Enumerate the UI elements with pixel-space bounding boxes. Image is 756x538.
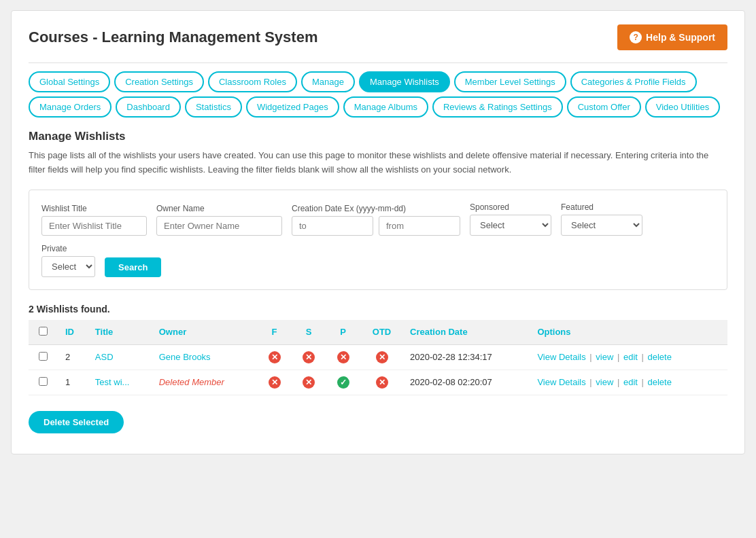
creation-date-cell: 2020-02-28 12:34:17	[403, 344, 530, 370]
row-checkbox-cell	[29, 370, 58, 395]
help-support-button[interactable]: ? Help & Support	[617, 24, 727, 50]
f-cell: ✕	[257, 370, 292, 395]
table-row: 2 ASD Gene Brooks ✕ ✕ ✕ ✕ 2020-02-28 12:…	[29, 344, 727, 370]
tab-custom-offer[interactable]: Custom Offer	[567, 96, 641, 118]
title-cell: ASD	[88, 344, 152, 370]
creation-date-cell: 2020-02-08 02:20:07	[403, 370, 530, 395]
status-red-icon: ✕	[337, 351, 349, 363]
tab-member-level-settings[interactable]: Member Level Settings	[454, 71, 566, 92]
delete-selected-button[interactable]: Delete Selected	[29, 411, 124, 433]
tab-creation-settings[interactable]: Creation Settings	[114, 71, 204, 92]
help-icon: ?	[630, 31, 642, 43]
tab-manage-albums[interactable]: Manage Albums	[343, 96, 428, 118]
option-link-view[interactable]: view	[596, 352, 613, 362]
status-green-icon: ✓	[337, 376, 349, 389]
col-owner: Owner	[152, 320, 258, 345]
section-description: This page lists all of the wishlists you…	[29, 149, 727, 177]
creation-date-label: Creation Date Ex (yyyy-mm-dd)	[292, 204, 460, 213]
wishlist-title-group: Wishlist Title	[41, 204, 147, 236]
option-link-edit[interactable]: edit	[623, 377, 638, 387]
option-link-edit[interactable]: edit	[623, 352, 638, 362]
title-link[interactable]: ASD	[95, 352, 114, 362]
tab-categories-profile-fields[interactable]: Categories & Profile Fields	[570, 71, 697, 92]
table-row: 1 Test wi... Deleted Member ✕ ✕ ✓ ✕ 2020…	[29, 370, 727, 395]
wishlist-title-label: Wishlist Title	[41, 204, 147, 213]
search-button[interactable]: Search	[105, 257, 161, 277]
option-link-view-details[interactable]: View Details	[537, 352, 585, 362]
sponsored-label: Sponsored	[470, 202, 551, 212]
row-checkbox[interactable]	[39, 352, 48, 361]
tab-classroom-roles[interactable]: Classroom Roles	[208, 71, 297, 92]
row-checkbox[interactable]	[39, 377, 48, 386]
title-cell: Test wi...	[88, 370, 152, 395]
creation-date-to-input[interactable]	[292, 216, 373, 236]
select-all-checkbox[interactable]	[39, 327, 48, 336]
option-separator: |	[587, 377, 595, 387]
section-title: Manage Wishlists	[29, 130, 727, 143]
option-link-view-details[interactable]: View Details	[537, 377, 585, 387]
status-red-icon: ✕	[376, 376, 388, 389]
tab-reviews-ratings[interactable]: Reviews & Ratings Settings	[432, 96, 563, 118]
option-link-delete[interactable]: delete	[648, 352, 672, 362]
options-cell: View Details | view | edit | delete	[530, 370, 727, 395]
p-cell: ✕	[326, 344, 360, 370]
option-separator: |	[615, 352, 622, 362]
option-separator: |	[615, 377, 622, 387]
status-red-icon: ✕	[303, 351, 315, 363]
page-title: Courses - Learning Management System	[29, 29, 317, 46]
col-creation-date: Creation Date	[403, 320, 530, 345]
featured-group: Featured SelectYesNo	[561, 202, 642, 236]
col-f: F	[257, 320, 292, 345]
status-red-icon: ✕	[269, 351, 281, 363]
featured-select[interactable]: SelectYesNo	[561, 215, 642, 236]
tab-dashboard[interactable]: Dashboard	[116, 96, 181, 118]
tab-video-utilities[interactable]: Video Utilities	[645, 96, 721, 118]
id-cell: 1	[58, 370, 88, 395]
table-header-row: ID Title Owner F S P OTD Creation Date O…	[29, 320, 727, 345]
col-options: Options	[530, 320, 727, 345]
wishlists-table: ID Title Owner F S P OTD Creation Date O…	[29, 320, 727, 395]
options-cell: View Details | view | edit | delete	[530, 344, 727, 370]
tab-statistics[interactable]: Statistics	[185, 96, 242, 118]
private-group: Private SelectYesNo	[41, 244, 95, 277]
private-select[interactable]: SelectYesNo	[41, 256, 95, 277]
tab-widgetized-pages[interactable]: Widgetized Pages	[246, 96, 339, 118]
private-label: Private	[41, 244, 95, 253]
option-separator: |	[639, 377, 647, 387]
status-red-icon: ✕	[269, 376, 281, 389]
status-red-icon: ✕	[303, 376, 315, 389]
col-title: Title	[88, 320, 152, 345]
tab-global-settings[interactable]: Global Settings	[29, 71, 110, 92]
tab-manage-orders[interactable]: Manage Orders	[29, 96, 111, 118]
page-header: Courses - Learning Management System ? H…	[29, 24, 727, 50]
sponsored-group: Sponsored SelectYesNo	[470, 202, 551, 236]
creation-date-from-input[interactable]	[379, 216, 460, 236]
otd-cell: ✕	[360, 370, 403, 395]
col-p: P	[326, 320, 360, 345]
option-separator: |	[639, 352, 647, 362]
row-checkbox-cell	[29, 344, 58, 370]
title-link[interactable]: Test wi...	[95, 377, 130, 387]
tab-manage-wishlists[interactable]: Manage Wishlists	[359, 71, 450, 92]
owner-name-input[interactable]	[156, 216, 282, 236]
s-cell: ✕	[292, 370, 326, 395]
col-checkbox	[29, 320, 58, 345]
col-id: ID	[58, 320, 88, 345]
status-red-icon: ✕	[376, 351, 388, 363]
tab-manage[interactable]: Manage	[301, 71, 355, 92]
featured-label: Featured	[561, 202, 642, 212]
f-cell: ✕	[257, 344, 292, 370]
filter-box: Wishlist Title Owner Name Creation Date …	[29, 190, 727, 290]
option-link-delete[interactable]: delete	[648, 377, 672, 387]
otd-cell: ✕	[360, 344, 403, 370]
nav-tabs: Global SettingsCreation SettingsClassroo…	[29, 62, 727, 118]
option-link-view[interactable]: view	[596, 377, 613, 387]
owner-name-group: Owner Name	[156, 204, 282, 236]
owner-link[interactable]: Gene Brooks	[159, 352, 211, 362]
results-count: 2 Wishlists found.	[29, 304, 727, 315]
sponsored-select[interactable]: SelectYesNo	[470, 215, 551, 236]
id-cell: 2	[58, 344, 88, 370]
option-separator: |	[587, 352, 595, 362]
creation-date-group: Creation Date Ex (yyyy-mm-dd)	[292, 204, 460, 236]
wishlist-title-input[interactable]	[41, 216, 147, 236]
